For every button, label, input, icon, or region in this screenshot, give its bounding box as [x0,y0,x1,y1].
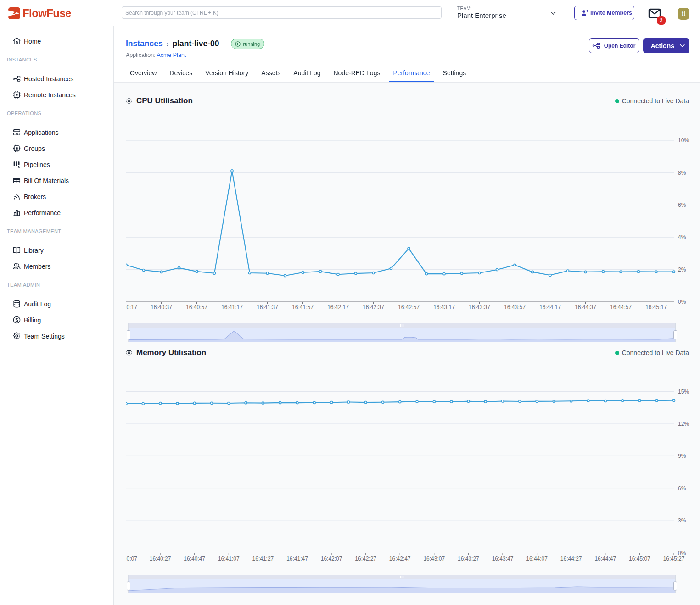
svg-text:0:17: 0:17 [127,304,138,311]
svg-text:2%: 2% [678,266,686,273]
svg-text:0:07: 0:07 [127,555,138,562]
svg-text:6%: 6% [678,485,686,492]
svg-text:16:44:07: 16:44:07 [526,555,548,562]
svg-text:16:40:57: 16:40:57 [186,304,207,311]
svg-text:16:43:17: 16:43:17 [433,304,455,311]
svg-text:16:42:27: 16:42:27 [355,555,376,562]
svg-text:16:40:37: 16:40:37 [151,304,172,311]
svg-text:16:44:37: 16:44:37 [575,304,596,311]
svg-text:0%: 0% [678,299,686,305]
svg-text:16:45:17: 16:45:17 [645,304,667,311]
svg-text:6%: 6% [678,202,686,208]
svg-text:16:42:47: 16:42:47 [389,555,411,562]
svg-text:8%: 8% [678,170,686,176]
svg-text:16:42:57: 16:42:57 [398,304,420,311]
svg-text:12%: 12% [678,421,689,427]
svg-text:16:41:27: 16:41:27 [252,555,274,562]
svg-text:16:43:07: 16:43:07 [423,555,445,562]
svg-text:15%: 15% [678,389,689,395]
svg-text:16:42:17: 16:42:17 [327,304,349,311]
svg-text:16:42:07: 16:42:07 [321,555,342,562]
svg-text:16:44:57: 16:44:57 [610,304,632,311]
svg-text:16:40:27: 16:40:27 [150,555,171,562]
svg-text:10%: 10% [678,137,689,144]
svg-text:16:44:17: 16:44:17 [539,304,561,311]
svg-text:16:44:27: 16:44:27 [560,555,582,562]
svg-text:16:43:27: 16:43:27 [458,555,479,562]
svg-text:16:42:37: 16:42:37 [363,304,384,311]
svg-text:16:41:07: 16:41:07 [218,555,240,562]
svg-text:9%: 9% [678,453,686,459]
svg-text:16:43:37: 16:43:37 [469,304,490,311]
svg-text:16:44:47: 16:44:47 [594,555,616,562]
svg-text:0%: 0% [678,550,686,556]
svg-text:16:41:47: 16:41:47 [286,555,308,562]
svg-text:16:41:17: 16:41:17 [221,304,243,311]
svg-text:3%: 3% [678,517,686,524]
svg-text:16:43:47: 16:43:47 [492,555,514,562]
svg-text:4%: 4% [678,234,686,240]
svg-text:16:40:47: 16:40:47 [184,555,205,562]
svg-text:16:45:27: 16:45:27 [663,555,685,562]
svg-text:16:43:57: 16:43:57 [504,304,526,311]
svg-text:16:41:37: 16:41:37 [257,304,278,311]
svg-text:16:45:07: 16:45:07 [629,555,650,562]
svg-text:16:41:57: 16:41:57 [292,304,314,311]
